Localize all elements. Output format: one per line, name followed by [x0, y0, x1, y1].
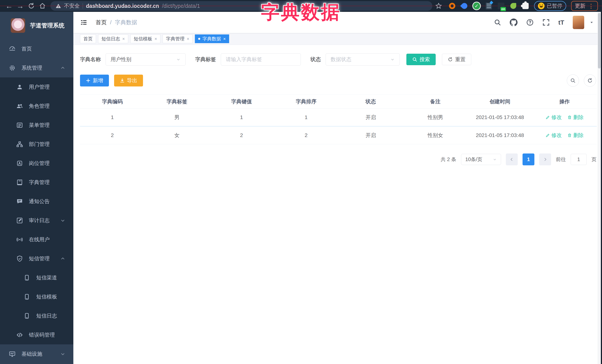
toggle-search-button[interactable] — [567, 74, 579, 87]
browser-home-icon[interactable] — [37, 1, 47, 11]
profile-paused-chip[interactable]: 已暂停 — [534, 1, 566, 11]
sidebar-item-system[interactable]: 系统管理 — [0, 58, 73, 77]
table-toolbar: 新增 导出 — [80, 74, 597, 87]
sidebar-item-label: 首页 — [22, 45, 32, 52]
tab-sms-template[interactable]: 短信模板 × — [130, 34, 161, 43]
dict-name-select[interactable]: 用户性别 — [106, 53, 186, 65]
extension-green-check-icon[interactable]: ✓ — [473, 2, 480, 10]
sidebar-item-role-mgmt[interactable]: 角色管理 — [0, 96, 73, 115]
dict-tag-label: 字典标签 — [195, 56, 216, 63]
extension-on-badge-icon[interactable]: on — [497, 2, 505, 10]
delete-link[interactable]: 删除 — [567, 132, 584, 139]
sidebar-item-error-code[interactable]: 错误码管理 — [0, 325, 73, 344]
extensions-puzzle-icon[interactable] — [522, 2, 529, 10]
refresh-icon — [587, 78, 593, 83]
sidebar: 芋道管理系统 首页 系统管理 — [0, 12, 73, 364]
reset-button[interactable]: 重置 — [442, 54, 471, 65]
sidebar-item-infrastructure[interactable]: 基础设施 — [0, 344, 73, 364]
browser-menu-dots-icon[interactable]: ⋮ — [588, 3, 594, 9]
header-search-icon[interactable] — [494, 19, 501, 26]
sidebar-item-audit-log[interactable]: 审计日志 — [0, 211, 73, 230]
prev-page-button[interactable] — [506, 154, 518, 165]
app-logo-row[interactable]: 芋道管理系统 — [0, 12, 73, 39]
browser-forward-icon[interactable]: → — [15, 1, 25, 11]
sidebar-item-dict-mgmt[interactable]: 字典管理 — [0, 173, 73, 192]
refresh-table-button[interactable] — [584, 74, 596, 87]
chevron-left-icon — [509, 157, 514, 162]
profile-emoji-icon — [538, 3, 545, 9]
col-dict-sort: 字典排序 — [274, 98, 338, 105]
browser-reload-icon[interactable] — [26, 1, 36, 11]
sidebar-item-label: 短信管理 — [29, 255, 50, 262]
fullscreen-icon[interactable] — [542, 19, 550, 26]
extension-orange-icon[interactable] — [448, 2, 456, 10]
tab-dict-data-active[interactable]: 字典数据 × — [195, 34, 229, 43]
status-select[interactable]: 数据状态 — [326, 53, 400, 65]
sidebar-item-post-mgmt[interactable]: 岗位管理 — [0, 154, 73, 173]
browser-update-button[interactable]: 更新 ⋮ — [571, 1, 598, 11]
window-right-edge — [601, 12, 602, 364]
tab-label: 短信日志 — [101, 36, 120, 42]
sidebar-item-label: 通知公告 — [29, 198, 50, 205]
pencil-icon — [546, 133, 550, 137]
sidebar-item-sms-mgmt[interactable]: 短信管理 — [0, 249, 73, 268]
sidebar-item-home[interactable]: 首页 — [0, 39, 73, 58]
cell-status: 开启 — [338, 132, 403, 139]
edit-link[interactable]: 修改 — [546, 132, 562, 139]
goto-page-input[interactable] — [571, 154, 587, 165]
sidebar-item-notice[interactable]: 通知公告 — [0, 192, 73, 211]
extension-list-icon[interactable] — [485, 2, 493, 10]
tab-dict-mgmt[interactable]: 字典管理 × — [163, 34, 193, 43]
col-actions: 操作 — [532, 98, 597, 105]
address-bar[interactable]: 不安全 dashboard.yudao.iocoder.cn /dict/typ… — [50, 1, 432, 11]
sidebar-item-user-mgmt[interactable]: 用户管理 — [0, 77, 73, 96]
page-size-select[interactable]: 10条/页 — [461, 154, 501, 165]
page-1-button[interactable]: 1 — [523, 154, 534, 165]
close-icon[interactable]: × — [154, 36, 157, 42]
sidebar-item-online-users[interactable]: 在线用户 — [0, 230, 73, 249]
sidebar-item-sms-channel[interactable]: 短信渠道 — [0, 268, 73, 287]
search-button[interactable]: 搜索 — [406, 54, 436, 65]
sidebar-item-label: 在线用户 — [29, 236, 50, 243]
add-button-label: 新增 — [93, 77, 103, 84]
sidebar-fold-icon[interactable] — [80, 19, 87, 26]
search-icon — [570, 78, 576, 83]
extension-blue-drop-icon[interactable] — [461, 2, 468, 10]
active-dot-icon — [198, 38, 200, 40]
extension-green-leaf-icon[interactable] — [510, 2, 517, 10]
add-button[interactable]: 新增 — [80, 75, 109, 86]
export-button[interactable]: 导出 — [114, 75, 143, 86]
help-question-icon[interactable] — [526, 19, 534, 26]
edit-link[interactable]: 修改 — [546, 114, 562, 121]
tab-sms-log[interactable]: 短信日志 × — [98, 34, 128, 43]
sidebar-item-sms-log[interactable]: 短信日志 — [0, 306, 73, 325]
sidebar-item-label: 短信日志 — [36, 312, 57, 319]
app-title: 芋道管理系统 — [30, 22, 64, 30]
font-size-icon[interactable]: tT — [558, 19, 564, 26]
reset-button-label: 重置 — [455, 56, 465, 63]
avatar-caret-down-icon[interactable] — [589, 20, 594, 25]
github-icon[interactable] — [510, 19, 517, 26]
sidebar-item-dept-mgmt[interactable]: 部门管理 — [0, 135, 73, 154]
close-icon[interactable]: × — [223, 36, 226, 42]
dict-tag-input[interactable] — [226, 56, 296, 62]
delete-link[interactable]: 删除 — [567, 114, 584, 121]
next-page-button[interactable] — [539, 154, 551, 165]
sidebar-item-menu-mgmt[interactable]: 菜单管理 — [0, 115, 73, 135]
plus-icon — [86, 78, 91, 83]
search-icon — [412, 57, 417, 62]
browser-back-icon[interactable]: ← — [4, 1, 14, 11]
close-icon[interactable]: × — [122, 36, 125, 42]
sidebar-item-sms-template[interactable]: 短信模板 — [0, 287, 73, 306]
tab-home[interactable]: 首页 — [80, 34, 96, 43]
sidebar-item-label: 审计日志 — [29, 217, 50, 224]
cell-remark: 性别男 — [403, 114, 468, 121]
browser-scrollbar[interactable] — [598, 12, 601, 364]
close-icon[interactable]: × — [187, 36, 189, 42]
breadcrumb-home[interactable]: 首页 — [96, 19, 107, 26]
cell-remark: 性别女 — [403, 132, 468, 139]
scrollbar-thumb[interactable] — [598, 13, 601, 69]
monitor-icon — [9, 351, 16, 357]
user-avatar[interactable] — [573, 16, 584, 29]
bookmark-star-icon[interactable] — [434, 1, 444, 11]
